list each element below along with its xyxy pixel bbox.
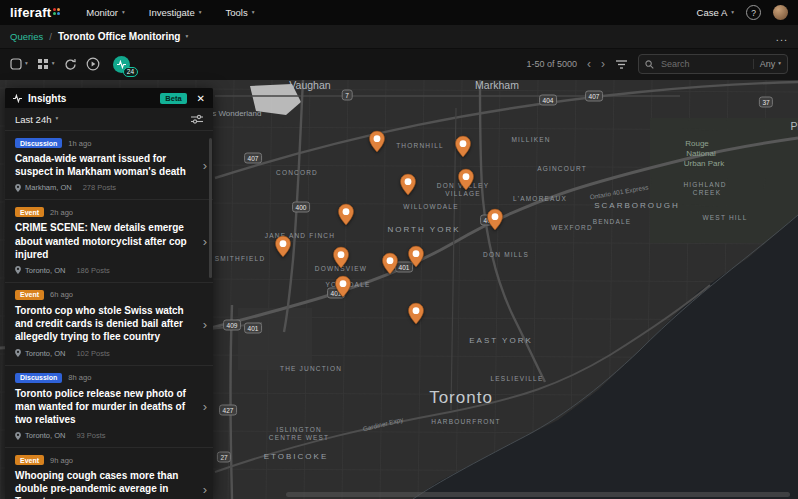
chevron-down-icon: ▾ xyxy=(25,61,28,67)
highway-shield: 7 xyxy=(342,90,353,101)
highway-shield: 409 xyxy=(223,320,241,331)
results-toolbar: ▾ ▾ 24 1-50 xyxy=(0,48,798,80)
time-filter-dropdown[interactable]: Last 24h xyxy=(15,114,51,125)
map-pin-marker[interactable] xyxy=(455,135,472,158)
insights-panel-title: Insights xyxy=(28,93,66,104)
nav-menu-monitor[interactable]: Monitor▾ xyxy=(86,7,124,18)
insight-card[interactable]: Event2h agoCRIME SCENE: New details emer… xyxy=(5,200,213,283)
card-timestamp: 2h ago xyxy=(50,208,73,217)
map-label-hood: BENDALE xyxy=(593,218,632,225)
map-pin-marker[interactable] xyxy=(333,246,350,269)
map-label-hood: CONCORD xyxy=(276,169,318,176)
run-query-button[interactable] xyxy=(86,57,100,71)
card-type-badge: Event xyxy=(15,455,44,465)
card-meta-row: Toronto, ON186 Posts xyxy=(15,266,195,275)
card-location: Markham, ON xyxy=(25,183,72,192)
search-scope-dropdown[interactable]: Any ▾ xyxy=(753,59,781,69)
map-pin-marker[interactable] xyxy=(408,302,425,325)
highway-shield: 404 xyxy=(539,95,557,106)
map-pin-marker[interactable] xyxy=(369,130,386,153)
grid-view-icon xyxy=(37,58,49,70)
breadcrumb-current-query[interactable]: Toronto Office Monitoring xyxy=(58,31,181,42)
chevron-down-icon: ▾ xyxy=(55,116,58,122)
highway-shield: 401 xyxy=(244,323,262,334)
insight-card[interactable]: Discussion8h agoToronto police release n… xyxy=(5,366,213,449)
card-location: Toronto, ON xyxy=(25,431,65,440)
card-header-row: Discussion1h ago xyxy=(15,138,195,148)
next-page-button[interactable]: › xyxy=(601,58,605,70)
insight-card[interactable]: Discussion1h agoCanada-wide warrant issu… xyxy=(5,131,213,200)
refresh-icon xyxy=(64,58,77,71)
search-box[interactable]: Any ▾ xyxy=(638,54,788,74)
select-mode-button[interactable]: ▾ xyxy=(10,58,28,70)
card-timestamp: 1h ago xyxy=(68,139,91,148)
map-label-hood: WILLOWDALE xyxy=(403,203,458,210)
map-pin-marker[interactable] xyxy=(382,252,399,275)
map-label-hood: HIGHLAND xyxy=(683,181,726,188)
play-icon xyxy=(86,57,100,71)
insights-time-filter-row: Last 24h ▾ xyxy=(5,108,213,131)
map-label-hood-lg: SCARBOROUGH xyxy=(594,201,680,210)
map-pin-marker[interactable] xyxy=(335,275,352,298)
insights-toggle-button[interactable]: 24 xyxy=(113,56,130,73)
map-label-hood: WEST HILL xyxy=(703,214,748,221)
highway-shield: 27 xyxy=(217,452,231,463)
chevron-right-icon[interactable]: › xyxy=(203,399,207,414)
card-post-count: 102 Posts xyxy=(76,349,109,358)
map-label-park: Urban Park xyxy=(684,159,724,168)
close-icon[interactable]: ✕ xyxy=(197,93,205,104)
insight-card[interactable]: Event9h agoWhooping cough cases more tha… xyxy=(5,448,213,499)
map-pin-icon xyxy=(15,432,21,440)
map-label-hood: L'AMOREAUX xyxy=(513,195,567,202)
card-location: Toronto, ON xyxy=(25,266,65,275)
map-label-hood: CREEK xyxy=(693,189,721,196)
card-type-badge: Discussion xyxy=(15,373,62,383)
card-header-row: Event9h ago xyxy=(15,455,195,465)
chevron-down-icon: ▾ xyxy=(252,10,255,16)
horizontal-scrollbar[interactable] xyxy=(286,492,790,497)
chevron-down-icon[interactable]: ▾ xyxy=(185,34,188,40)
map-pin-marker[interactable] xyxy=(338,203,355,226)
insights-pulse-icon xyxy=(13,94,22,103)
chevron-right-icon[interactable]: › xyxy=(203,316,207,331)
chevron-right-icon[interactable]: › xyxy=(203,234,207,249)
filter-icon[interactable] xyxy=(615,59,628,70)
map-pin-marker[interactable] xyxy=(275,235,292,258)
chevron-right-icon[interactable]: › xyxy=(203,158,207,173)
prev-page-button[interactable]: ‹ xyxy=(587,58,591,70)
map-pin-marker[interactable] xyxy=(458,168,475,191)
card-timestamp: 6h ago xyxy=(50,290,73,299)
map-pin-marker[interactable] xyxy=(400,173,417,196)
main-menu: Monitor▾Investigate▾Tools▾ xyxy=(86,7,254,18)
insight-card[interactable]: Event6h agoToronto cop who stole Swiss w… xyxy=(5,283,213,366)
nav-menu-investigate[interactable]: Investigate▾ xyxy=(149,7,202,18)
card-header-row: Discussion8h ago xyxy=(15,373,195,383)
view-switcher-button[interactable]: ▾ xyxy=(37,58,55,70)
nav-menu-tools[interactable]: Tools▾ xyxy=(226,7,255,18)
nav-menu-label: Monitor xyxy=(86,7,118,18)
chevron-down-icon: ▾ xyxy=(122,10,125,16)
map-pin-marker[interactable] xyxy=(408,245,425,268)
logo-text: liferaft xyxy=(10,6,51,20)
case-selector[interactable]: Case A ▾ xyxy=(697,7,734,18)
map-label-hood: AGINCOURT xyxy=(537,165,587,172)
search-input[interactable] xyxy=(659,58,748,70)
help-icon[interactable]: ? xyxy=(746,5,761,20)
liferaft-logo[interactable]: liferaft xyxy=(10,6,60,20)
map-label-hood: DON MILLS xyxy=(483,251,529,258)
map-label-hood: HARBOURFRONT xyxy=(431,418,500,425)
map-pin-icon xyxy=(15,184,21,192)
tune-settings-icon[interactable] xyxy=(191,114,203,124)
refresh-button[interactable] xyxy=(64,58,77,71)
breadcrumb-queries-link[interactable]: Queries xyxy=(10,31,43,42)
user-avatar[interactable] xyxy=(773,5,788,20)
overflow-menu-icon[interactable]: ... xyxy=(776,34,788,40)
map-pin-marker[interactable] xyxy=(487,208,504,231)
chevron-right-icon[interactable]: › xyxy=(203,481,207,496)
selection-box-icon xyxy=(10,58,22,70)
card-title: Canada-wide warrant issued for suspect i… xyxy=(15,152,195,178)
breadcrumb: Queries / Toronto Office Monitoring ▾ ..… xyxy=(0,25,798,49)
insights-card-list: Discussion1h agoCanada-wide warrant issu… xyxy=(5,131,213,499)
panel-scrollbar[interactable] xyxy=(209,138,212,278)
insights-count-badge: 24 xyxy=(123,67,137,77)
